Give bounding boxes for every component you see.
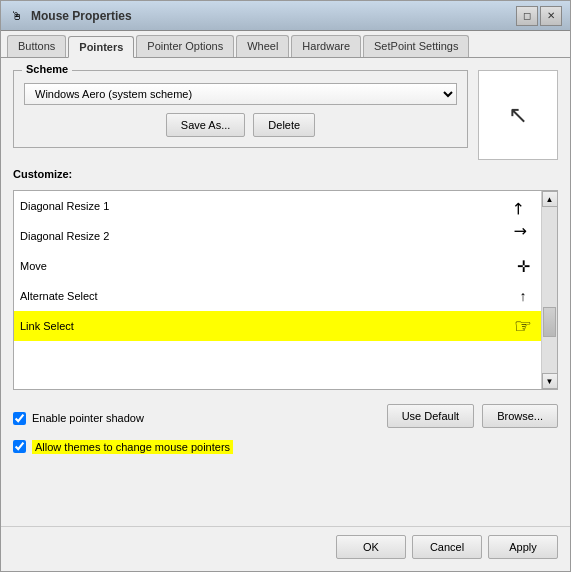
content-area: Scheme Windows Aero (system scheme) Save… xyxy=(1,58,570,526)
scheme-select-wrap[interactable]: Windows Aero (system scheme) xyxy=(24,83,457,105)
pointer-list: Diagonal Resize 1 ↗ Diagonal Resize 2 ↗ … xyxy=(14,191,541,389)
cursor-preview: ↖ xyxy=(478,70,558,160)
cursor-icon-alt: ↑ xyxy=(511,284,535,308)
browse-button[interactable]: Browse... xyxy=(482,404,558,428)
apply-button[interactable]: Apply xyxy=(488,535,558,559)
restore-button[interactable]: ◻ xyxy=(516,6,538,26)
scheme-group: Scheme Windows Aero (system scheme) Save… xyxy=(13,70,468,148)
enable-shadow-label: Enable pointer shadow xyxy=(32,412,144,424)
cancel-button[interactable]: Cancel xyxy=(412,535,482,559)
allow-themes-row: Allow themes to change mouse pointers xyxy=(13,440,558,453)
delete-button[interactable]: Delete xyxy=(253,113,315,137)
list-scrollbar[interactable]: ▲ ▼ xyxy=(541,191,557,389)
scroll-thumb[interactable] xyxy=(543,307,556,337)
scheme-label: Scheme xyxy=(22,63,72,75)
tab-buttons[interactable]: Buttons xyxy=(7,35,66,57)
customize-label: Customize: xyxy=(13,168,558,180)
tab-setpoint[interactable]: SetPoint Settings xyxy=(363,35,469,57)
footer: OK Cancel Apply xyxy=(1,526,570,571)
save-as-button[interactable]: Save As... xyxy=(166,113,246,137)
cursor-icon-move: ✛ xyxy=(511,254,535,278)
scheme-dropdown[interactable]: Windows Aero (system scheme) xyxy=(24,83,457,105)
allow-themes-label: Allow themes to change mouse pointers xyxy=(32,441,233,453)
enable-shadow-checkbox[interactable] xyxy=(13,412,26,425)
enable-shadow-row: Enable pointer shadow xyxy=(13,412,379,425)
tab-wheel[interactable]: Wheel xyxy=(236,35,289,57)
mouse-properties-window: 🖱 Mouse Properties ◻ ✕ Buttons Pointers … xyxy=(0,0,571,572)
scroll-track[interactable] xyxy=(542,207,557,373)
bottom-controls: Enable pointer shadow Use Default Browse… xyxy=(13,404,558,428)
tabs-bar: Buttons Pointers Pointer Options Wheel H… xyxy=(1,31,570,58)
window-icon: 🖱 xyxy=(9,8,25,24)
list-item[interactable]: Diagonal Resize 1 ↗ xyxy=(14,191,541,221)
title-bar: 🖱 Mouse Properties ◻ ✕ xyxy=(1,1,570,31)
use-default-button[interactable]: Use Default xyxy=(387,404,474,428)
list-item[interactable]: Alternate Select ↑ xyxy=(14,281,541,311)
window-title: Mouse Properties xyxy=(31,9,516,23)
ok-button[interactable]: OK xyxy=(336,535,406,559)
preview-cursor: ↖ xyxy=(508,101,528,129)
allow-themes-checkbox[interactable] xyxy=(13,440,26,453)
tab-hardware[interactable]: Hardware xyxy=(291,35,361,57)
list-item[interactable]: Move ✛ xyxy=(14,251,541,281)
close-button[interactable]: ✕ xyxy=(540,6,562,26)
tab-pointers[interactable]: Pointers xyxy=(68,36,134,58)
cursor-icon-diag2: ↗ xyxy=(506,219,540,253)
list-item-link-select[interactable]: Link Select ☞ xyxy=(14,311,541,341)
pointer-list-container: Diagonal Resize 1 ↗ Diagonal Resize 2 ↗ … xyxy=(13,190,558,390)
scroll-up-button[interactable]: ▲ xyxy=(542,191,558,207)
scheme-buttons: Save As... Delete xyxy=(24,113,457,137)
title-bar-buttons: ◻ ✕ xyxy=(516,6,562,26)
tab-pointer-options[interactable]: Pointer Options xyxy=(136,35,234,57)
scroll-down-button[interactable]: ▼ xyxy=(542,373,558,389)
list-item[interactable]: Diagonal Resize 2 ↗ xyxy=(14,221,541,251)
cursor-icon-link: ☞ xyxy=(511,314,535,338)
